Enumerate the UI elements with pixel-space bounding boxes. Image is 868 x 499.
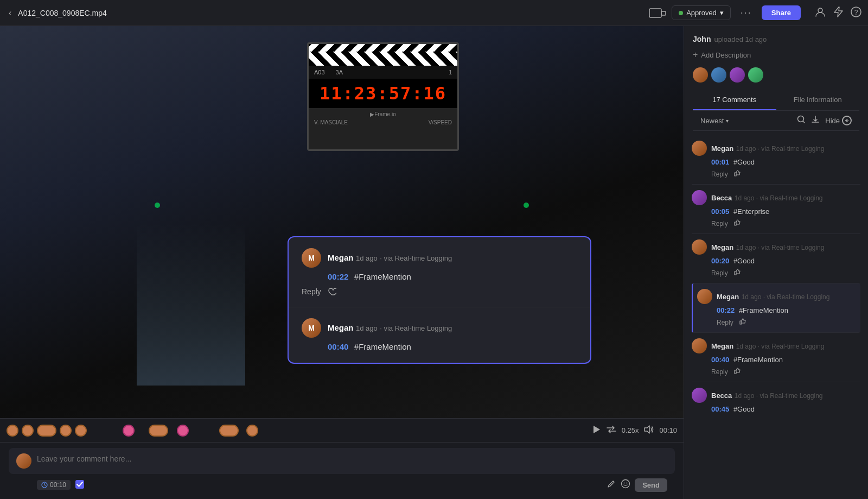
- timeline-marker-pink[interactable]: [177, 425, 189, 437]
- comment-username: Megan: [717, 293, 739, 301]
- popup-avatar-image: M: [302, 248, 321, 268]
- popup-time: 1d ago: [356, 324, 378, 332]
- popup-body: 00:22 #FrameMention: [328, 272, 577, 282]
- timeline-marker-pink[interactable]: [123, 425, 135, 437]
- comment-timecode: 00:01: [711, 158, 729, 166]
- popup-comment-item: M Megan 1d ago · via Real-time Logging 0…: [289, 307, 590, 363]
- comment-via: 1d ago · via Real-time Logging: [736, 244, 825, 251]
- comment-actions: Reply: [697, 318, 860, 327]
- timeline-marker-group[interactable]: [37, 425, 56, 437]
- comment-timecode: 00:20: [711, 257, 729, 265]
- popup-reply-button[interactable]: Reply: [302, 287, 321, 296]
- popup-via-label: via Real-time Logging: [384, 324, 452, 332]
- sort-button[interactable]: Newest ▾: [700, 117, 729, 125]
- status-dot: [679, 11, 683, 15]
- check-icon[interactable]: [75, 479, 85, 491]
- comment-meta: Megan 1d ago · via Real-time Logging: [711, 242, 860, 252]
- tab-file-info[interactable]: File information: [776, 90, 860, 110]
- reply-button[interactable]: Reply: [711, 368, 728, 376]
- comment-text: #FrameMention: [739, 306, 788, 314]
- approved-label: Approved: [686, 9, 717, 17]
- like-button[interactable]: [733, 169, 741, 179]
- clock-icon: [41, 482, 48, 488]
- user-icon[interactable]: [815, 7, 826, 20]
- add-description-label: Add Description: [701, 51, 751, 59]
- popup-comment-header: M Megan 1d ago · via Real-time Logging: [302, 248, 577, 268]
- plus-icon: +: [693, 50, 698, 60]
- volume-button[interactable]: [644, 425, 654, 436]
- timeline-marker[interactable]: [7, 425, 18, 437]
- popup-meta: Megan 1d ago · via Real-time Logging: [328, 253, 452, 263]
- input-toolbar: 00:10: [9, 476, 675, 494]
- popup-timecode: 00:40: [328, 342, 348, 351]
- comment-item: Megan 1d ago · via Real-time Logging 00:…: [692, 333, 860, 382]
- emoji-button[interactable]: [621, 479, 630, 491]
- comment-username: Megan: [711, 243, 733, 251]
- popup-like-button[interactable]: [328, 287, 336, 296]
- top-bar-center: [649, 8, 666, 18]
- popup-time: 1d ago: [356, 254, 378, 262]
- add-description[interactable]: + Add Description: [693, 50, 859, 60]
- comment-username: Megan: [711, 144, 733, 153]
- tab-comments[interactable]: 17 Comments: [693, 90, 776, 110]
- download-icon[interactable]: [811, 115, 820, 126]
- popup-body: 00:40 #FrameMention: [328, 342, 577, 352]
- input-actions: Send: [607, 478, 667, 492]
- popup-actions: Reply: [302, 287, 577, 296]
- timeline-marker[interactable]: [22, 425, 34, 437]
- timeline-marker-group[interactable]: [149, 425, 168, 437]
- drawing-tool-button[interactable]: [607, 479, 616, 491]
- comment-text: #Good: [733, 257, 755, 265]
- popup-tag: #FrameMention: [354, 342, 411, 351]
- help-icon[interactable]: ?: [851, 7, 861, 20]
- timeline-marker[interactable]: [75, 425, 87, 437]
- reply-button[interactable]: Reply: [711, 220, 728, 228]
- svg-point-9: [622, 480, 630, 488]
- timeline-marker-group[interactable]: [219, 425, 239, 437]
- svg-point-2: [818, 8, 822, 12]
- like-button[interactable]: [739, 318, 746, 327]
- chevron-down-icon: ▾: [720, 9, 724, 17]
- loop-button[interactable]: [607, 426, 616, 435]
- comment-meta: Megan 1d ago · via Real-time Logging: [711, 341, 860, 351]
- like-button[interactable]: [733, 268, 741, 277]
- sidebar-tools-icons: Hide: [797, 115, 852, 126]
- reply-button[interactable]: Reply: [717, 319, 733, 326]
- comment-header: Megan 1d ago · via Real-time Logging: [697, 289, 860, 304]
- search-icon[interactable]: [797, 115, 806, 126]
- comment-input-box: [9, 448, 675, 474]
- reply-button[interactable]: Reply: [711, 170, 728, 178]
- like-button[interactable]: [733, 367, 741, 376]
- approved-button[interactable]: Approved ▾: [672, 5, 731, 20]
- top-bar-right: Approved ▾ ··· Share ?: [672, 5, 861, 21]
- comment-item: Becca 1d ago · via Real-time Logging 00:…: [692, 382, 860, 419]
- comment-meta: Becca 1d ago · via Real-time Logging: [711, 390, 860, 400]
- share-button[interactable]: Share: [762, 5, 801, 20]
- send-button[interactable]: Send: [635, 478, 667, 492]
- timeline-marker[interactable]: [246, 425, 258, 437]
- hide-circle-icon: [842, 116, 852, 125]
- reply-button[interactable]: Reply: [711, 269, 728, 277]
- svg-rect-1: [661, 11, 666, 15]
- back-button[interactable]: ‹: [7, 6, 14, 20]
- clapper-top: [309, 42, 457, 52]
- comment-via: 1d ago · via Real-time Logging: [736, 145, 825, 153]
- main-layout: A03 3A 1 11:23:57:16 ▶Frame.io V. MASCIA…: [0, 26, 868, 499]
- hide-button[interactable]: Hide: [825, 115, 852, 126]
- comment-input[interactable]: [37, 453, 667, 464]
- comment-avatar: [692, 190, 707, 205]
- popup-avatar: M: [302, 318, 321, 338]
- comment-meta: Becca 1d ago · via Real-time Logging: [711, 193, 860, 203]
- comment-body: 00:05 #Enterprise: [692, 207, 860, 216]
- bolt-icon[interactable]: [833, 7, 843, 20]
- tracking-dot: [524, 203, 529, 208]
- comment-body: 00:20 #Good: [692, 257, 860, 265]
- more-options-button[interactable]: ···: [736, 5, 756, 21]
- avatar: [748, 67, 763, 83]
- like-button[interactable]: [733, 219, 741, 228]
- timeline-marker[interactable]: [60, 425, 72, 437]
- chevron-down-icon: ▾: [726, 118, 729, 124]
- play-button[interactable]: [591, 425, 601, 437]
- comment-avatar: [692, 338, 707, 353]
- comment-header: Megan 1d ago · via Real-time Logging: [692, 239, 860, 255]
